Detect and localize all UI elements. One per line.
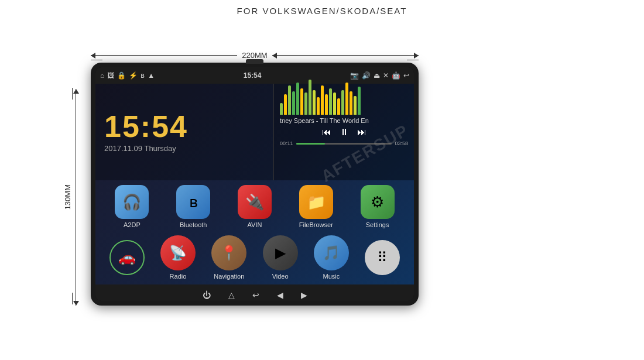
width-arrow: 220MM bbox=[91, 51, 419, 60]
car-circle-icon: 🚗 bbox=[109, 240, 145, 275]
app-icon-music[interactable]: 🎵Music bbox=[306, 235, 356, 280]
home-button[interactable]: △ bbox=[228, 290, 235, 300]
progress-fill bbox=[296, 143, 325, 145]
nav-bar: ⏻ △ ↩ ◀ ▶ bbox=[95, 284, 414, 301]
height-arrow: 130MM bbox=[63, 89, 76, 306]
power-button[interactable]: ⏻ bbox=[203, 290, 211, 300]
clock-date: 2017.11.09 Thursday bbox=[104, 144, 265, 153]
radio-circle-icon: 📡 bbox=[160, 235, 196, 270]
prev-nav-button[interactable]: ◀ bbox=[277, 290, 283, 300]
more-circle-icon: ⠿ bbox=[365, 240, 400, 275]
equalizer bbox=[280, 88, 408, 115]
next-button[interactable]: ⏭ bbox=[357, 127, 366, 138]
app-icon-car[interactable]: 🚗 bbox=[102, 240, 152, 275]
next-nav-button[interactable]: ▶ bbox=[301, 290, 307, 300]
bluetooth-status-icon: ʙ bbox=[141, 71, 145, 80]
diagram-container: 220MM 130MM MIC GPS RST ⌂ 🖼 🔒 ⚡ ʙ bbox=[0, 19, 644, 358]
music-progress: 00:11 03:58 bbox=[280, 140, 408, 146]
tick-right bbox=[407, 60, 419, 60]
close-x-icon: ✕ bbox=[383, 71, 389, 80]
arrow-right-line bbox=[272, 55, 419, 56]
v-line-top bbox=[76, 89, 76, 197]
v-line-bottom bbox=[76, 197, 76, 306]
music-controls[interactable]: ⏮ ⏸ ⏭ bbox=[280, 127, 408, 138]
avin-label: AVIN bbox=[248, 221, 262, 228]
apps-row-1: 🎧A2DPʙBluetooth🔌AVIN📁FileBrowser⚙Setting… bbox=[95, 180, 414, 233]
main-area: AFTERSUP 15:54 2017.11.09 Thursday tney … bbox=[95, 84, 414, 284]
time-current: 00:11 bbox=[280, 140, 293, 146]
app-icon-radio[interactable]: 📡Radio bbox=[153, 235, 203, 280]
bluetooth-label: Bluetooth bbox=[180, 221, 207, 228]
height-label: 130MM bbox=[63, 184, 72, 210]
usb-icon: ⚡ bbox=[129, 71, 138, 80]
page-title: FOR VOLKSWAGEN/SKODA/SEAT bbox=[0, 0, 644, 16]
volume-icon: 🔊 bbox=[362, 71, 371, 80]
video-circle-icon: ▶ bbox=[263, 235, 298, 270]
tick-left bbox=[91, 60, 102, 60]
video-label: Video bbox=[272, 273, 289, 280]
app-icon-settings[interactable]: ⚙Settings bbox=[352, 185, 402, 228]
app-icon-avin[interactable]: 🔌AVIN bbox=[229, 185, 279, 228]
bluetooth-icon: ʙ bbox=[176, 185, 210, 219]
wifi-icon: ▲ bbox=[148, 71, 155, 80]
navigation-label: Navigation bbox=[214, 273, 244, 280]
progress-bar bbox=[296, 143, 392, 145]
eject-icon: ⏏ bbox=[374, 71, 380, 80]
apps-row-2: 🚗📡Radio📍Navigation▶Video🎵Music⠿ bbox=[95, 233, 414, 284]
arrow-left-line bbox=[91, 55, 237, 56]
back-icon: ↩ bbox=[403, 71, 409, 80]
music-widget: tney Spears - Till The World En ⏮ ⏸ ⏭ 00… bbox=[273, 84, 414, 180]
top-section: 15:54 2017.11.09 Thursday tney Spears - … bbox=[95, 84, 414, 180]
settings-label: Settings bbox=[366, 221, 389, 228]
music-title: tney Spears - Till The World En bbox=[280, 117, 408, 124]
status-right: 📷 🔊 ⏏ ✕ 🤖 ↩ bbox=[350, 71, 409, 80]
navigation-circle-icon: 📍 bbox=[211, 235, 246, 270]
settings-icon: ⚙ bbox=[361, 185, 395, 219]
app-icon-video[interactable]: ▶Video bbox=[255, 235, 305, 280]
status-left: ⌂ 🖼 🔒 ⚡ ʙ ▲ bbox=[100, 71, 155, 80]
app-icon-navigation[interactable]: 📍Navigation bbox=[204, 235, 254, 280]
radio-label: Radio bbox=[170, 273, 187, 280]
android-icon: 🤖 bbox=[392, 71, 400, 80]
avin-icon: 🔌 bbox=[238, 185, 272, 219]
camera-icon: 📷 bbox=[350, 71, 359, 80]
screen: ⌂ 🖼 🔒 ⚡ ʙ ▲ 15:54 📷 🔊 ⏏ ✕ 🤖 ↩ bbox=[95, 67, 414, 301]
lock-icon: 🔒 bbox=[117, 71, 126, 80]
width-label: 220MM bbox=[242, 51, 267, 60]
play-button[interactable]: ⏸ bbox=[340, 127, 349, 138]
music-label: Music bbox=[323, 273, 340, 280]
filebrowser-icon: 📁 bbox=[299, 185, 333, 219]
time-total: 03:58 bbox=[395, 140, 408, 146]
app-icon-filebrowser[interactable]: 📁FileBrowser bbox=[291, 185, 341, 228]
clock-time: 15:54 bbox=[104, 111, 265, 142]
app-icon-a2dp[interactable]: 🎧A2DP bbox=[107, 185, 157, 228]
home-icon: ⌂ bbox=[100, 71, 104, 80]
app-icon-bluetooth[interactable]: ʙBluetooth bbox=[169, 185, 218, 228]
app-icon-more[interactable]: ⠿ bbox=[358, 240, 407, 275]
a2dp-label: A2DP bbox=[124, 221, 141, 228]
status-time: 15:54 bbox=[244, 71, 262, 80]
image-icon: 🖼 bbox=[107, 71, 114, 80]
filebrowser-label: FileBrowser bbox=[299, 221, 333, 228]
clock-widget: 15:54 2017.11.09 Thursday bbox=[95, 84, 273, 180]
music-circle-icon: 🎵 bbox=[314, 235, 349, 270]
device-frame: ⌂ 🖼 🔒 ⚡ ʙ ▲ 15:54 📷 🔊 ⏏ ✕ 🤖 ↩ bbox=[91, 63, 419, 306]
prev-button[interactable]: ⏮ bbox=[322, 127, 331, 138]
a2dp-icon: 🎧 bbox=[115, 185, 149, 219]
status-bar: ⌂ 🖼 🔒 ⚡ ʙ ▲ 15:54 📷 🔊 ⏏ ✕ 🤖 ↩ bbox=[95, 67, 414, 84]
back-nav-button[interactable]: ↩ bbox=[252, 290, 259, 300]
